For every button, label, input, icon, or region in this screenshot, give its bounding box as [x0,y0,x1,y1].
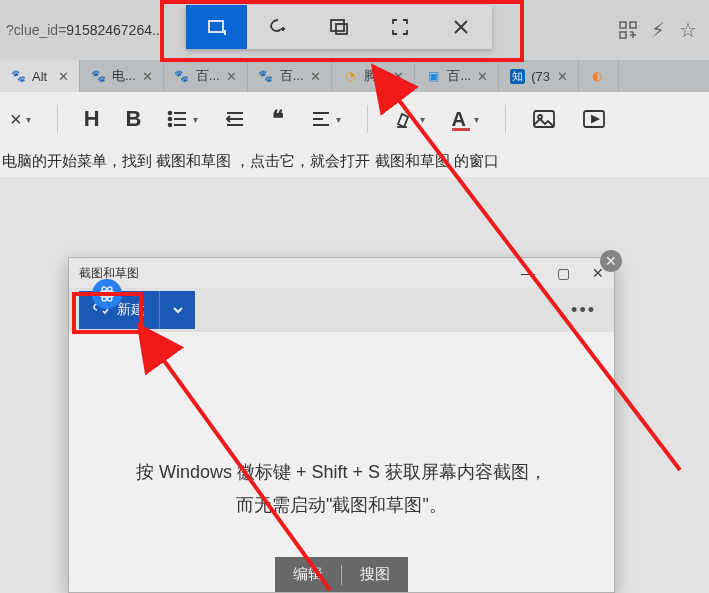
favicon-generic-icon: ▣ [425,68,441,84]
svg-point-5 [169,124,172,127]
svg-rect-14 [331,20,344,31]
favicon-tencent-icon: ◔ [342,68,358,84]
tab-label: 腾... [364,67,388,85]
tab-label: 百... [280,67,304,85]
image-button[interactable] [532,108,556,130]
overlay-close-icon[interactable]: ✕ [600,250,622,272]
svg-point-4 [169,118,172,121]
tip-line-1: 按 Windows 徽标键 + Shift + S 获取屏幕内容截图， [136,456,547,488]
tab-label: 百... [447,67,471,85]
svg-rect-13 [209,21,223,32]
command-bar: 新建 ••• [69,288,614,332]
favicon-baidu-icon: 🐾 [90,68,106,84]
font-default-label: × [10,108,22,131]
outdent-button[interactable] [224,108,246,130]
close-icon[interactable]: ✕ [142,69,153,84]
qr-icon[interactable] [619,21,637,39]
heading-label: H [84,106,100,132]
favicon-baidu-icon: 🐾 [10,68,26,84]
close-icon[interactable]: ✕ [477,69,488,84]
snip-window-content: 按 Windows 徽标键 + Shift + S 获取屏幕内容截图， 而无需启… [69,332,614,592]
separator [57,105,58,133]
separator [367,105,368,133]
tab-item[interactable]: 🐾 百... ✕ [164,60,248,92]
svg-rect-15 [336,24,347,34]
svg-point-12 [106,293,109,296]
tab-label: 电... [112,67,136,85]
svg-rect-0 [620,22,626,28]
editor-toolbar: ×▾ H B ▾ ❝ ▾ ▾ A ▾ [0,92,709,146]
maximize-icon[interactable]: ▢ [557,265,570,281]
star-icon[interactable]: ☆ [679,18,697,42]
favicon-baidu-icon: 🐾 [258,68,274,84]
new-snip-dropdown[interactable] [159,291,195,329]
tab-label: Alt [32,69,47,84]
color-underline [452,128,470,131]
video-button[interactable] [582,108,606,130]
article-text: 电脑的开始菜单，找到 截图和草图 ，点击它，就会打开 截图和草图 的窗口 [0,146,709,177]
atom-badge-icon [92,279,122,309]
tab-label: (73 [531,69,550,84]
tab-item[interactable]: 知 (73 ✕ [499,60,579,92]
tab-item[interactable]: 🐾 百... ✕ [248,60,332,92]
favicon-generic-icon: ◐ [589,68,605,84]
snip-rect-button[interactable] [186,5,247,49]
favicon-baidu-icon: 🐾 [174,68,190,84]
snip-fullscreen-button[interactable] [370,5,431,49]
svg-rect-2 [620,32,626,38]
snip-sketch-window: 截图和草图 — ▢ ✕ 新建 ••• 按 Windows 徽标键 + Shift… [68,257,615,593]
more-icon[interactable]: ••• [571,300,596,321]
favicon-zhihu-icon: 知 [509,68,525,84]
text-color-button[interactable]: A ▾ [451,108,478,131]
minimize-icon[interactable]: — [521,265,535,281]
chevron-down-icon: ▾ [193,114,198,125]
list-button[interactable]: ▾ [167,108,198,130]
close-icon[interactable]: ✕ [557,69,568,84]
tip-line-2: 而无需启动"截图和草图"。 [136,489,547,521]
url-value: 91582467264... [66,22,163,38]
heading-button[interactable]: H [84,106,100,132]
svg-rect-1 [630,22,636,28]
chevron-down-icon: ▾ [26,114,31,125]
font-default-button[interactable]: ×▾ [10,108,31,131]
bold-label: B [126,106,142,132]
tip-message: 按 Windows 徽标键 + Shift + S 获取屏幕内容截图， 而无需启… [136,456,547,521]
window-titlebar: 截图和草图 — ▢ ✕ [69,258,614,288]
highlight-button[interactable]: ▾ [394,108,425,130]
tab-item[interactable]: ◔ 腾... ✕ [332,60,416,92]
snip-window-button[interactable] [308,5,369,49]
align-button[interactable]: ▾ [310,108,341,130]
pill-edit-button[interactable]: 编辑 [275,557,341,592]
chevron-down-icon: ▾ [336,114,341,125]
bold-button[interactable]: B [126,106,142,132]
browser-top-right-controls: ⚡︎ ☆ [619,18,703,42]
pill-search-button[interactable]: 搜图 [342,557,408,592]
svg-point-3 [169,112,172,115]
new-snip-label: 新建 [117,301,145,319]
lightning-icon[interactable]: ⚡︎ [651,18,665,42]
snip-mode-toolbar [186,5,492,49]
tab-item[interactable]: ◐ [579,60,619,92]
snip-freeform-button[interactable] [247,5,308,49]
close-icon[interactable]: ✕ [58,69,69,84]
quote-label: ❝ [272,106,284,132]
quote-button[interactable]: ❝ [272,106,284,132]
tab-item[interactable]: ▣ 百... ✕ [415,60,499,92]
tab-strip: 🐾 Alt ✕ 🐾 电... ✕ 🐾 百... ✕ 🐾 百... ✕ ◔ 腾..… [0,60,709,92]
close-icon[interactable]: ✕ [226,69,237,84]
action-pill: 编辑 搜图 [275,557,408,592]
snip-close-button[interactable] [431,5,492,49]
separator [505,105,506,133]
close-icon[interactable]: ✕ [310,69,321,84]
tab-item[interactable]: 🐾 电... ✕ [80,60,164,92]
url-prefix: ?clue_id= [6,22,66,38]
close-icon[interactable]: ✕ [393,69,404,84]
chevron-down-icon: ▾ [420,114,425,125]
tab-label: 百... [196,67,220,85]
tab-active[interactable]: 🐾 Alt ✕ [0,60,80,92]
chevron-down-icon: ▾ [474,114,479,125]
